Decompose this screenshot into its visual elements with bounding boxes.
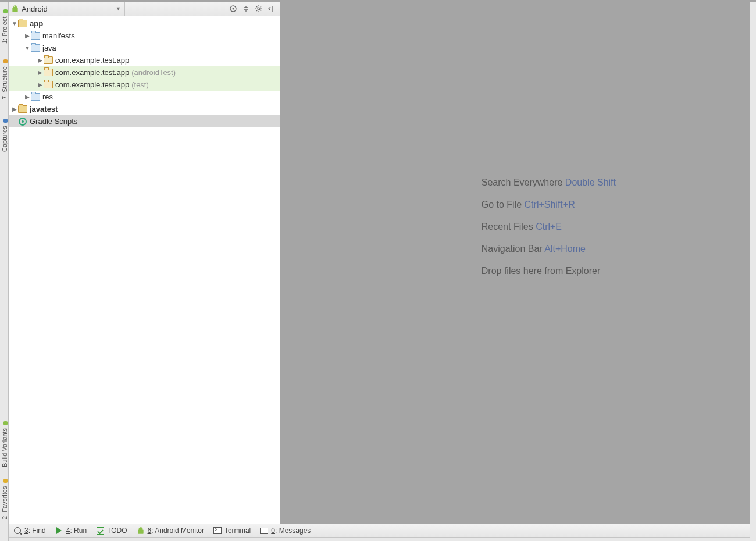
bottom-tab-todo[interactable]: TODO	[91, 524, 131, 537]
expand-toggle-icon[interactable]: ▶	[37, 69, 44, 76]
tree-node-java[interactable]: ▼ java	[9, 42, 280, 54]
project-panel-header: Android ▼	[9, 2, 280, 16]
tree-label: javatest	[30, 105, 58, 113]
build-variants-icon	[3, 421, 8, 425]
tool-tab-build-variants-label: Build Variants	[1, 428, 8, 467]
hide-panel-icon[interactable]	[266, 3, 277, 15]
android-icon	[11, 5, 19, 13]
tool-tab-favorites[interactable]: 2: Favorites	[0, 514, 9, 522]
main-layout: 1: Project 7: Structure Captures Build V…	[0, 2, 756, 541]
expand-toggle-icon[interactable]: ▶	[37, 81, 44, 88]
tree-node-gradle-scripts[interactable]: ▶ Gradle Scripts	[9, 115, 280, 127]
editor-empty-area[interactable]: Search Everywhere Double Shift Go to Fil…	[280, 2, 750, 524]
tree-node-javatest[interactable]: ▶ javatest	[9, 103, 280, 115]
hint-recent-files: Recent Files Ctrl+E	[482, 216, 616, 238]
gradle-icon	[18, 117, 27, 126]
editor-hints: Search Everywhere Double Shift Go to Fil…	[482, 172, 616, 282]
project-view-label: Android	[22, 5, 48, 13]
hint-label: Go to File	[482, 200, 522, 209]
bottom-tab-label: Terminal	[224, 526, 251, 535]
tree-label: manifests	[42, 31, 75, 40]
captures-icon	[3, 119, 8, 123]
tool-tab-structure[interactable]: 7: Structure	[0, 94, 9, 102]
favorites-icon	[3, 479, 8, 483]
tree-label: com.example.test.app	[55, 80, 129, 89]
bottom-tab-label: : Messages	[275, 526, 311, 535]
bottom-tab-terminal[interactable]: Terminal	[209, 524, 255, 537]
search-icon	[13, 526, 22, 535]
hint-shortcut: Double Shift	[565, 177, 616, 187]
module-folder-icon	[18, 19, 27, 29]
tree-suffix: (androidTest)	[131, 68, 176, 77]
tree-label: res	[42, 92, 53, 101]
tree-node-res[interactable]: ▶ res	[9, 91, 280, 103]
hint-shortcut: Alt+Home	[544, 244, 586, 254]
tree-suffix: (test)	[131, 80, 149, 89]
expand-toggle-icon[interactable]: ▼	[11, 20, 18, 27]
tree-node-package-test[interactable]: ▶ com.example.test.app (test)	[9, 79, 280, 91]
bottom-tab-run[interactable]: 4: Run	[51, 524, 91, 537]
tree-label: app	[30, 19, 43, 28]
mnemonic: 3	[24, 526, 28, 535]
expand-toggle-icon[interactable]: ▼	[24, 45, 31, 51]
tool-tab-favorites-label: 2: Favorites	[1, 486, 8, 519]
project-tree[interactable]: ▼ app ▶ manifests ▼ java	[9, 16, 280, 524]
panel-header-actions	[227, 3, 280, 15]
run-icon	[55, 526, 63, 535]
tree-label: Gradle Scripts	[30, 117, 77, 126]
tree-label: com.example.test.app	[55, 56, 129, 65]
android-icon	[137, 526, 145, 535]
folder-icon	[31, 44, 40, 53]
tree-label: com.example.test.app	[55, 68, 129, 77]
bottom-tab-label: : Find	[28, 526, 46, 535]
expand-toggle-icon[interactable]: ▶	[11, 106, 18, 112]
tree-node-app[interactable]: ▼ app	[9, 17, 280, 30]
bottom-tool-bar: 3: Find 4: Run TODO 6: Android Monitor T…	[9, 524, 750, 537]
tool-tab-build-variants[interactable]: Build Variants	[0, 461, 9, 469]
terminal-icon	[213, 526, 222, 535]
expand-toggle-icon[interactable]: ▶	[37, 57, 44, 63]
bottom-tab-label: TODO	[107, 526, 127, 535]
project-view-selector[interactable]: Android ▼	[9, 2, 125, 16]
bottom-tab-android-monitor[interactable]: 6: Android Monitor	[132, 524, 209, 537]
workspace: Android ▼	[9, 2, 750, 524]
package-folder-icon	[44, 80, 53, 90]
tool-tab-captures[interactable]: Captures	[0, 146, 9, 154]
scroll-from-source-icon[interactable]	[227, 3, 239, 15]
module-folder-icon	[18, 105, 27, 114]
hint-drop-files: Drop files here from Explorer	[482, 260, 616, 282]
bottom-tab-messages[interactable]: 0: Messages	[255, 524, 315, 537]
tool-tab-captures-label: Captures	[1, 126, 8, 152]
center-column: Android ▼	[9, 2, 750, 541]
bottom-tab-label: : Android Monitor	[151, 526, 204, 535]
dropdown-arrow-icon: ▼	[116, 6, 121, 12]
tree-label: java	[42, 44, 56, 52]
left-tool-gutter: 1: Project 7: Structure Captures Build V…	[0, 2, 9, 541]
expand-toggle-icon[interactable]: ▶	[24, 94, 31, 100]
project-icon	[3, 9, 8, 13]
mnemonic: 0	[271, 526, 275, 535]
svg-point-3	[233, 8, 234, 10]
package-folder-icon	[44, 56, 53, 65]
todo-icon	[96, 526, 104, 535]
package-folder-icon	[44, 68, 53, 77]
bottom-tab-find[interactable]: 3: Find	[9, 524, 51, 537]
tool-tab-project-label: 1: Project	[1, 17, 8, 44]
folder-icon	[31, 92, 40, 102]
collapse-all-icon[interactable]	[240, 3, 252, 15]
status-bar	[9, 537, 750, 541]
hint-label: Recent Files	[482, 222, 533, 232]
project-panel: Android ▼	[9, 2, 280, 524]
tree-node-manifests[interactable]: ▶ manifests	[9, 30, 280, 42]
svg-point-0	[14, 6, 15, 7]
tool-tab-project[interactable]: 1: Project	[0, 38, 9, 46]
expand-toggle-icon[interactable]: ▶	[24, 33, 31, 39]
hint-shortcut: Ctrl+E	[536, 222, 562, 232]
settings-gear-icon[interactable]	[253, 3, 265, 15]
hint-search-everywhere: Search Everywhere Double Shift	[482, 172, 616, 194]
hint-navigation-bar: Navigation Bar Alt+Home	[482, 238, 616, 260]
hint-shortcut: Ctrl+Shift+R	[525, 200, 575, 209]
tree-node-package-main[interactable]: ▶ com.example.test.app	[9, 54, 280, 66]
svg-point-1	[16, 6, 16, 7]
tree-node-package-androidtest[interactable]: ▶ com.example.test.app (androidTest)	[9, 66, 280, 79]
